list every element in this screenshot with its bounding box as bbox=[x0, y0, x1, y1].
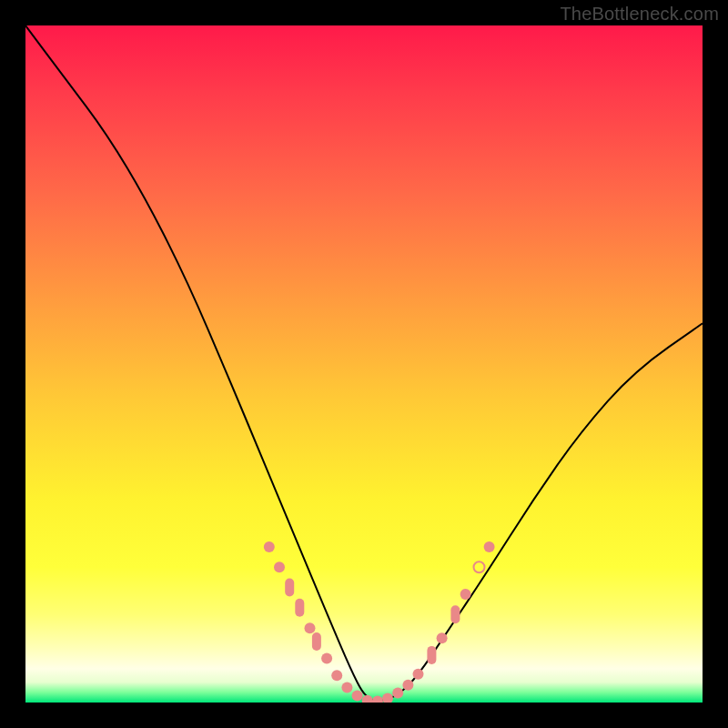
data-marker bbox=[305, 622, 316, 633]
data-marker bbox=[295, 599, 304, 617]
bottleneck-curve bbox=[25, 25, 703, 701]
data-marker bbox=[427, 646, 436, 664]
data-marker bbox=[331, 670, 342, 681]
data-marker bbox=[264, 541, 275, 552]
data-marker bbox=[474, 561, 485, 572]
data-marker bbox=[413, 669, 424, 680]
data-marker bbox=[352, 691, 363, 702]
data-marker bbox=[484, 541, 495, 552]
data-marker bbox=[382, 693, 393, 703]
data-marker bbox=[402, 680, 413, 691]
data-marker bbox=[362, 695, 373, 703]
data-marker bbox=[437, 632, 448, 643]
data-marker bbox=[341, 682, 352, 693]
data-marker bbox=[321, 653, 332, 664]
chart-plot-area bbox=[25, 25, 703, 703]
data-marker bbox=[460, 589, 471, 600]
data-marker bbox=[312, 632, 321, 651]
data-marker bbox=[274, 561, 285, 572]
data-marker bbox=[450, 605, 460, 623]
data-marker bbox=[392, 688, 403, 699]
data-marker bbox=[285, 579, 294, 597]
data-marker bbox=[372, 696, 383, 703]
data-markers bbox=[264, 541, 495, 703]
watermark-text: TheBottleneck.com bbox=[560, 4, 719, 25]
chart-svg bbox=[25, 25, 703, 703]
